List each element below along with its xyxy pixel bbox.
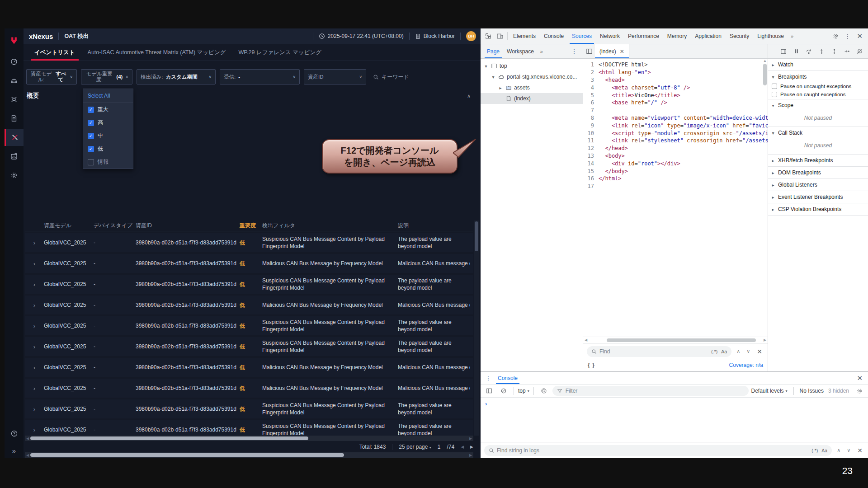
line-number[interactable]: 9: [583, 122, 599, 129]
hidden-messages-count[interactable]: 3 hidden: [828, 388, 849, 394]
dashboard-gauge-icon[interactable]: [5, 53, 24, 70]
scrollbar-thumb[interactable]: [30, 453, 344, 457]
line-number[interactable]: 2: [583, 69, 599, 75]
debugger-section-call-stack[interactable]: ▾Call Stack: [768, 127, 868, 139]
expand-row-icon[interactable]: ›: [25, 343, 44, 350]
tree-item-assets[interactable]: ▸assets: [481, 82, 583, 93]
scrollbar-thumb[interactable]: [607, 338, 756, 342]
received-filter[interactable]: 受信: - ∨: [220, 69, 300, 84]
checkbox-unchecked[interactable]: [772, 92, 777, 97]
match-case-toggle-icon[interactable]: Aa: [821, 448, 827, 453]
asset-model-filter[interactable]: 資産モデル: すべて ∨: [26, 69, 77, 84]
table-row[interactable]: ›GlobalVCC_2025-3980b90a-d02b-d51a-f7f3-…: [25, 296, 473, 314]
devtools-tab-console[interactable]: Console: [540, 28, 568, 44]
devtools-tab-sources[interactable]: Sources: [568, 28, 596, 44]
devtools-tab-application[interactable]: Application: [691, 28, 726, 44]
table-row[interactable]: ›GlobalVCC_2025-3980b90a-d02b-d51a-f7f3-…: [25, 358, 473, 377]
scrollbar-thumb[interactable]: [763, 64, 767, 85]
checkbox-checked[interactable]: ✓: [88, 107, 94, 113]
severity-option[interactable]: 情報: [83, 155, 133, 169]
scroll-left-icon[interactable]: ◀: [25, 453, 30, 457]
console-sidebar-icon[interactable]: [483, 385, 495, 397]
breakpoint-option[interactable]: Pause on caught exceptions: [768, 91, 868, 99]
devtools-tab-security[interactable]: Security: [726, 28, 753, 44]
deactivate-breakpoints-icon[interactable]: [854, 46, 865, 57]
column-header[interactable]: 資産ID: [136, 222, 240, 230]
device-toolbar-icon[interactable]: [494, 30, 506, 42]
tree-down-arrow-icon[interactable]: ▾: [491, 75, 496, 80]
expand-row-icon[interactable]: ›: [25, 385, 44, 392]
table-row[interactable]: ›GlobalVCC_2025-3980b90a-d02b-d51a-f7f3-…: [25, 379, 473, 398]
column-header[interactable]: 重要度: [240, 222, 262, 230]
expand-row-icon[interactable]: ›: [25, 281, 44, 288]
section-right-arrow-icon[interactable]: ▸: [771, 207, 775, 212]
more-vert-icon[interactable]: ⋮: [482, 372, 494, 384]
tree-right-arrow-icon[interactable]: ▸: [498, 85, 503, 90]
line-number[interactable]: 17: [583, 183, 599, 189]
step-icon[interactable]: [841, 46, 853, 57]
scroll-left-icon[interactable]: ◀: [25, 436, 30, 441]
severity-option[interactable]: ✓低: [83, 142, 133, 155]
collapse-sidebar-icon[interactable]: »: [5, 443, 24, 458]
line-number[interactable]: 3: [583, 77, 599, 83]
table-row[interactable]: ›GlobalVCC_2025-3980b90a-d02b-d51a-f7f3-…: [25, 275, 473, 294]
scroll-right-icon[interactable]: ▶: [468, 453, 473, 457]
expand-row-icon[interactable]: ›: [25, 302, 44, 309]
match-case-toggle-icon[interactable]: Aa: [721, 349, 727, 354]
line-number[interactable]: 12: [583, 145, 599, 151]
checkbox-checked[interactable]: ✓: [88, 120, 94, 126]
context-select[interactable]: top▾: [518, 388, 529, 394]
severity-option[interactable]: ✓中: [83, 129, 133, 142]
section-right-arrow-icon[interactable]: ▸: [771, 183, 775, 188]
tree-down-arrow-icon[interactable]: ▾: [483, 64, 489, 69]
select-all-option[interactable]: Select All: [83, 89, 133, 103]
scroll-up-icon[interactable]: ▲: [762, 59, 768, 63]
inspect-cursor-icon[interactable]: [482, 30, 494, 42]
line-number[interactable]: 14: [583, 160, 599, 167]
section-right-arrow-icon[interactable]: ▸: [771, 62, 775, 67]
devtools-tab-lighthouse[interactable]: Lighthouse: [753, 28, 788, 44]
coverage-link[interactable]: Coverage: n/a: [729, 362, 763, 368]
debugger-section-event-listener-breakpoints[interactable]: ▸Event Listener Breakpoints: [768, 191, 868, 203]
detection-search-icon[interactable]: [5, 91, 24, 108]
line-number[interactable]: 15: [583, 168, 599, 174]
table-row[interactable]: ›GlobalVCC_2025-3980b90a-d02b-d51a-f7f3-…: [25, 420, 473, 436]
xnexus-icon[interactable]: [5, 129, 24, 146]
find-input[interactable]: Find (.*) Aa: [587, 346, 731, 357]
console-settings-gear-icon[interactable]: [854, 385, 865, 397]
line-number[interactable]: 1: [583, 61, 599, 68]
model-severity-filter[interactable]: モデル重要度: (4) ∧: [81, 69, 132, 84]
eye-icon[interactable]: [538, 385, 550, 397]
editor-vertical-scrollbar[interactable]: ▲: [762, 59, 768, 337]
debugger-section-scope[interactable]: ▾Scope: [768, 99, 868, 111]
prev-page-icon[interactable]: ◀: [461, 445, 464, 449]
section-right-arrow-icon[interactable]: ▸: [771, 158, 775, 163]
navigator-toggle-icon[interactable]: [583, 46, 595, 57]
app-tab[interactable]: WP.29 レファレンス マッピング: [232, 44, 328, 61]
avatar[interactable]: BH: [466, 31, 476, 41]
close-tab-icon[interactable]: ✕: [620, 48, 624, 55]
editor-tab-index[interactable]: (index) ✕: [595, 44, 629, 58]
table-row[interactable]: ›GlobalVCC_2025-3980b90a-d02b-d51a-f7f3-…: [25, 316, 473, 335]
column-header[interactable]: デバイスタイプ: [94, 222, 136, 230]
checkbox-checked[interactable]: ✓: [88, 146, 94, 152]
keyword-search-input[interactable]: キーワード: [370, 73, 409, 81]
checkbox-checked[interactable]: ✓: [88, 133, 94, 139]
app-tab[interactable]: Auto-ISAC Automotive Threat Matrix (ATM)…: [81, 44, 232, 61]
clear-console-icon[interactable]: [498, 385, 509, 397]
column-header[interactable]: 資産モデル: [44, 222, 94, 230]
step-into-icon[interactable]: [816, 46, 827, 57]
org-name[interactable]: Block Harbor: [424, 33, 455, 39]
debugger-section-global-listeners[interactable]: ▸Global Listeners: [768, 179, 868, 191]
section-down-arrow-icon[interactable]: ▾: [771, 103, 775, 108]
detected-filter[interactable]: 検出済み: カスタム期間 ∨: [137, 69, 216, 84]
close-drawer-icon[interactable]: ✕: [853, 374, 866, 382]
table-vertical-scrollbar[interactable]: [474, 221, 479, 436]
tree-item-portal-stg-xnexus-vicone-co-[interactable]: ▾portal-stg.xnexus.vicone.co...: [481, 71, 583, 82]
navigator-tab-workspace[interactable]: Workspace: [503, 44, 538, 58]
severity-option[interactable]: ✓高: [83, 116, 133, 129]
scroll-right-icon[interactable]: ▶: [762, 338, 768, 342]
debugger-section-xhr-fetch-breakpoints[interactable]: ▸XHR/fetch Breakpoints: [768, 155, 868, 166]
page-input[interactable]: 1: [438, 444, 441, 450]
line-number[interactable]: 4: [583, 84, 599, 91]
